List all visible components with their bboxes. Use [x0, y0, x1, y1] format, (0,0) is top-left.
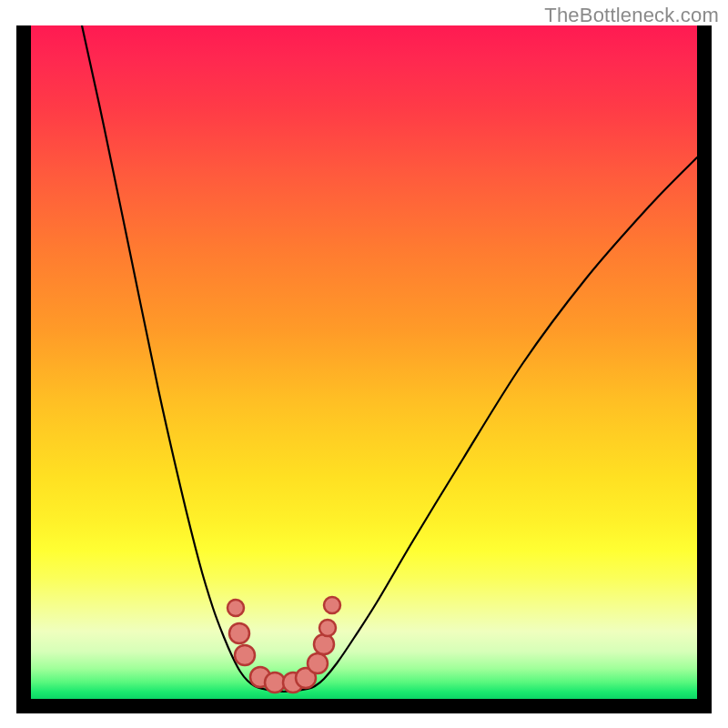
plot-frame — [16, 25, 712, 713]
svg-rect-0 — [31, 25, 697, 699]
attribution-text: TheBottleneck.com — [544, 4, 719, 27]
gradient-background — [31, 25, 697, 699]
chart-stage: TheBottleneck.com — [0, 0, 728, 728]
plot-area — [31, 25, 697, 699]
